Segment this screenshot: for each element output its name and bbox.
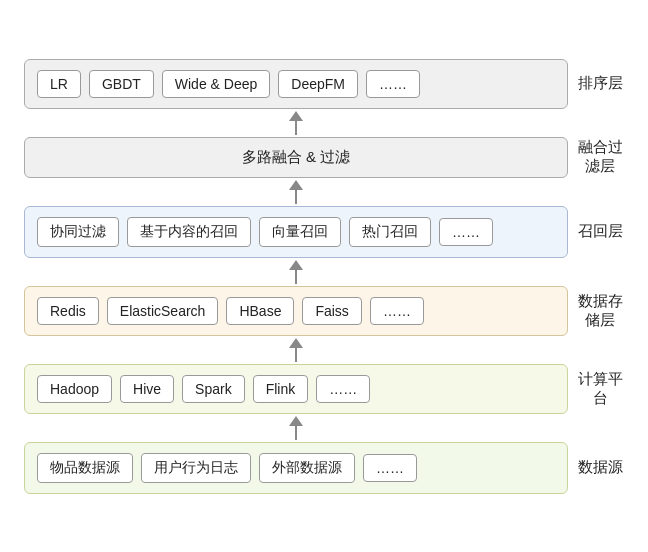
chip-paihang-2: Wide & Deep [162, 70, 270, 98]
chip-jisuan-0: Hadoop [37, 375, 112, 403]
layer-box-shuju: 物品数据源用户行为日志外部数据源…… [24, 442, 568, 494]
chip-jisuan-3: Flink [253, 375, 309, 403]
chip-paihang-4: …… [366, 70, 420, 98]
chip-zhaohu-4: …… [439, 218, 493, 246]
layer-row-jisuan: HadoopHiveSparkFlink……计算平台 [24, 364, 624, 414]
chip-zhaohu-3: 热门召回 [349, 217, 431, 247]
layer-row-zhaohu: 协同过滤基于内容的召回向量召回热门召回……召回层 [24, 206, 624, 258]
arrow-1 [24, 178, 624, 206]
arrow-icon-4 [289, 416, 303, 440]
arrow-line-0 [295, 121, 297, 135]
chip-shuju-2: 外部数据源 [259, 453, 355, 483]
layer-box-jisuan: HadoopHiveSparkFlink…… [24, 364, 568, 414]
arrow-icon-3 [289, 338, 303, 362]
chip-cunchuku-2: HBase [226, 297, 294, 325]
layer-row-ronghe: 多路融合 & 过滤融合过滤层 [24, 137, 624, 178]
arrow-icon-2 [289, 260, 303, 284]
chip-cunchuku-4: …… [370, 297, 424, 325]
arrow-2 [24, 258, 624, 286]
layer-box-ronghe: 多路融合 & 过滤 [24, 137, 568, 178]
layer-label-jisuan: 计算平台 [568, 370, 624, 408]
chip-cunchuku-3: Faiss [302, 297, 361, 325]
layer-row-shuju: 物品数据源用户行为日志外部数据源……数据源 [24, 442, 624, 494]
arrow-icon-0 [289, 111, 303, 135]
chip-cunchuku-0: Redis [37, 297, 99, 325]
layer-label-ronghe: 融合过滤层 [568, 138, 624, 176]
chip-shuju-0: 物品数据源 [37, 453, 133, 483]
arrowhead-1 [289, 180, 303, 190]
layer-label-shuju: 数据源 [568, 458, 624, 477]
arrow-0 [24, 109, 624, 137]
chip-paihang-0: LR [37, 70, 81, 98]
arrow-line-2 [295, 270, 297, 284]
layer-box-zhaohu: 协同过滤基于内容的召回向量召回热门召回…… [24, 206, 568, 258]
chip-cunchuku-1: ElasticSearch [107, 297, 219, 325]
chip-jisuan-2: Spark [182, 375, 245, 403]
chip-jisuan-4: …… [316, 375, 370, 403]
chip-shuju-1: 用户行为日志 [141, 453, 251, 483]
layer-label-paihang: 排序层 [568, 74, 624, 93]
chip-zhaohu-1: 基于内容的召回 [127, 217, 251, 247]
arrowhead-4 [289, 416, 303, 426]
arrow-line-1 [295, 190, 297, 204]
chip-jisuan-1: Hive [120, 375, 174, 403]
arrow-4 [24, 414, 624, 442]
layer-box-paihang: LRGBDTWide & DeepDeepFM…… [24, 59, 568, 109]
chip-zhaohu-2: 向量召回 [259, 217, 341, 247]
chip-paihang-3: DeepFM [278, 70, 358, 98]
arrowhead-3 [289, 338, 303, 348]
arrow-3 [24, 336, 624, 364]
architecture-diagram: LRGBDTWide & DeepDeepFM……排序层 多路融合 & 过滤融合… [24, 59, 624, 494]
arrow-line-3 [295, 348, 297, 362]
arrow-icon-1 [289, 180, 303, 204]
arrowhead-0 [289, 111, 303, 121]
arrow-line-4 [295, 426, 297, 440]
arrowhead-2 [289, 260, 303, 270]
layer-center-ronghe: 多路融合 & 过滤 [37, 148, 555, 167]
layer-label-cunchuku: 数据存储层 [568, 292, 624, 330]
chip-paihang-1: GBDT [89, 70, 154, 98]
layer-label-zhaohu: 召回层 [568, 222, 624, 241]
chip-shuju-3: …… [363, 454, 417, 482]
layer-box-cunchuku: RedisElasticSearchHBaseFaiss…… [24, 286, 568, 336]
chip-zhaohu-0: 协同过滤 [37, 217, 119, 247]
layer-row-paihang: LRGBDTWide & DeepDeepFM……排序层 [24, 59, 624, 109]
layer-row-cunchuku: RedisElasticSearchHBaseFaiss……数据存储层 [24, 286, 624, 336]
